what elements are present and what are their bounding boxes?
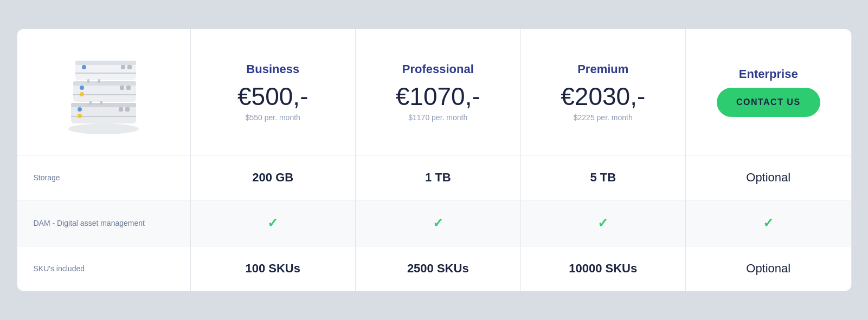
svg-point-14 [80, 92, 84, 96]
enterprise-storage: Optional [686, 155, 851, 200]
svg-rect-17 [75, 73, 136, 74]
enterprise-skus-value: Optional [746, 262, 790, 276]
business-skus-value: 100 SKUs [245, 262, 300, 276]
dam-row: DAM - Digital asset management ✓ ✓ ✓ ✓ [17, 200, 851, 246]
server-illustration [60, 49, 147, 135]
premium-storage-value: 5 TB [590, 171, 616, 185]
business-plan-price: €500,- [237, 83, 308, 110]
svg-rect-12 [126, 86, 131, 90]
storage-label-cell: Storage [17, 155, 191, 200]
business-storage-value: 200 GB [252, 171, 293, 185]
premium-plan-price: €2030,- [561, 83, 645, 110]
svg-point-7 [78, 114, 82, 118]
svg-rect-11 [120, 86, 124, 90]
dam-label: DAM - Digital asset management [34, 219, 145, 227]
header-row: Business €500,- $550 per. month Professi… [17, 29, 851, 155]
svg-rect-4 [119, 107, 123, 112]
storage-row: Storage 200 GB 1 TB 5 TB Optional [17, 155, 851, 200]
logo-cell [17, 29, 191, 155]
svg-rect-22 [98, 79, 100, 83]
plan-enterprise-header: Enterprise CONTACT US [686, 29, 851, 155]
svg-point-0 [68, 123, 139, 134]
plan-premium-header: Premium €2030,- $2225 per. month [521, 29, 686, 155]
svg-rect-5 [125, 107, 130, 112]
svg-point-6 [78, 107, 82, 112]
premium-dam-check: ✓ [597, 215, 608, 231]
svg-rect-18 [121, 65, 125, 69]
professional-dam-check: ✓ [433, 215, 443, 231]
business-storage: 200 GB [191, 155, 356, 200]
premium-storage: 5 TB [521, 155, 686, 200]
skus-row: SKU's included 100 SKUs 2500 SKUs 10000 … [17, 246, 851, 291]
dam-label-cell: DAM - Digital asset management [17, 200, 191, 246]
business-dam-check: ✓ [267, 215, 278, 231]
business-plan-price-sub: $550 per. month [246, 113, 300, 122]
professional-plan-name: Professional [402, 62, 474, 76]
premium-skus-value: 10000 SKUs [569, 262, 637, 276]
enterprise-dam: ✓ [686, 200, 851, 246]
svg-rect-16 [75, 61, 136, 65]
business-skus: 100 SKUs [191, 246, 356, 291]
professional-plan-price-sub: $1170 per. month [408, 113, 467, 122]
premium-plan-price-sub: $2225 per. month [574, 113, 633, 122]
skus-label-cell: SKU's included [17, 246, 191, 291]
professional-storage: 1 TB [356, 155, 521, 200]
svg-rect-24 [100, 101, 102, 105]
skus-label: SKU's included [34, 264, 85, 273]
enterprise-storage-value: Optional [746, 171, 790, 185]
professional-dam: ✓ [356, 200, 521, 246]
enterprise-dam-check: ✓ [763, 215, 774, 231]
premium-plan-name: Premium [577, 62, 628, 76]
plan-business-header: Business €500,- $550 per. month [191, 29, 356, 155]
storage-label: Storage [34, 173, 60, 182]
pricing-table: Business €500,- $550 per. month Professi… [17, 29, 852, 291]
svg-rect-19 [127, 65, 132, 69]
svg-rect-9 [73, 81, 136, 86]
enterprise-skus: Optional [686, 246, 851, 291]
svg-point-13 [80, 86, 84, 90]
enterprise-plan-name: Enterprise [739, 67, 798, 81]
business-plan-name: Business [246, 62, 299, 76]
svg-point-20 [82, 65, 86, 69]
professional-storage-value: 1 TB [425, 171, 451, 185]
professional-plan-price: €1070,- [396, 83, 480, 110]
professional-skus-value: 2500 SKUs [407, 262, 469, 276]
premium-skus: 10000 SKUs [521, 246, 686, 291]
business-dam: ✓ [191, 200, 356, 246]
premium-dam: ✓ [521, 200, 686, 246]
plan-professional-header: Professional €1070,- $1170 per. month [356, 29, 521, 155]
svg-rect-23 [89, 101, 92, 105]
svg-rect-21 [87, 79, 89, 83]
contact-us-button[interactable]: CONTACT US [717, 88, 820, 117]
svg-rect-2 [71, 103, 136, 107]
professional-skus: 2500 SKUs [356, 246, 521, 291]
